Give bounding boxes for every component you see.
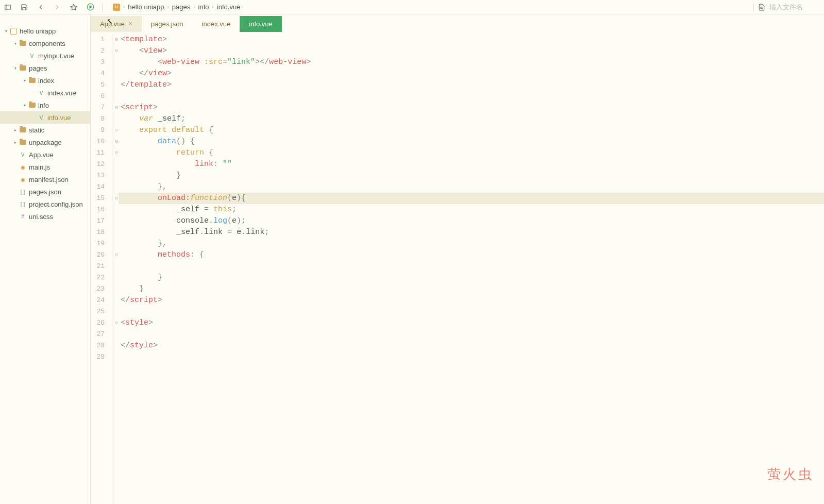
code-line[interactable]: data() { <box>119 136 824 147</box>
breadcrumb-item[interactable]: pages <box>172 3 190 11</box>
tree-label: index.vue <box>47 89 76 97</box>
save-icon[interactable] <box>20 3 29 12</box>
tree-label: manifest.json <box>29 176 69 183</box>
tab-label: pages.json <box>151 20 183 28</box>
fold-toggle[interactable]: ⊟ <box>112 125 119 136</box>
code-line[interactable]: _self.link = e.link; <box>119 227 824 238</box>
tree-label: index <box>38 77 54 85</box>
code-line[interactable] <box>119 329 824 340</box>
forward-icon[interactable] <box>53 3 62 12</box>
tree-item-App-vue[interactable]: VApp.vue <box>0 148 90 161</box>
tree-item-info-vue[interactable]: Vinfo.vue <box>0 111 90 124</box>
fold-toggle <box>112 204 119 215</box>
tree-project-root[interactable]: ▾ hello uniapp <box>0 25 90 37</box>
code-line[interactable]: </script> <box>119 295 824 306</box>
fold-toggle[interactable]: ⊟ <box>112 193 119 204</box>
fold-toggle <box>112 295 119 306</box>
fold-toggle[interactable]: ⊟ <box>112 249 119 261</box>
code-line[interactable]: } <box>119 283 824 295</box>
fold-toggle[interactable]: ⊟ <box>112 136 119 147</box>
fold-toggle[interactable]: ⊟ <box>112 34 119 45</box>
code-line[interactable]: return { <box>119 147 824 159</box>
tree-item-manifest-json[interactable]: ◉manifest.json <box>0 173 90 186</box>
code-line[interactable] <box>119 261 824 272</box>
file-search <box>753 3 821 12</box>
fold-toggle <box>112 57 119 68</box>
fold-toggle <box>112 306 119 317</box>
code-line[interactable]: <script> <box>119 102 824 113</box>
code-line[interactable]: methods: { <box>119 249 824 261</box>
tree-item-pages[interactable]: ▾pages <box>0 62 90 74</box>
code-line[interactable] <box>119 91 824 102</box>
code-line[interactable]: console.log(e); <box>119 215 824 227</box>
back-icon[interactable] <box>36 3 45 12</box>
code-lines[interactable]: <template> <view> <web-view :src="link">… <box>119 34 824 504</box>
tree-item-components[interactable]: ▾components <box>0 37 90 49</box>
fold-toggle[interactable]: ⊟ <box>112 102 119 113</box>
chevron-down-icon: ▾ <box>3 29 9 33</box>
svg-rect-0 <box>5 5 11 9</box>
project-icon <box>9 27 18 35</box>
star-icon[interactable] <box>69 3 78 12</box>
fold-gutter: ⊟⊟⊟⊟⊟⊟⊟⊟⊟ <box>112 34 119 504</box>
run-icon[interactable] <box>86 3 95 12</box>
tree-item-myinput-vue[interactable]: Vmyinput.vue <box>0 49 90 62</box>
svg-marker-2 <box>71 4 77 10</box>
code-line[interactable]: <web-view :src="link"></web-view> <box>119 57 824 68</box>
code-line[interactable]: export default { <box>119 125 824 136</box>
fold-toggle[interactable]: ⊟ <box>112 45 119 57</box>
line-number-gutter: 1234567891011121314151617181920212223242… <box>91 34 112 504</box>
divider <box>102 3 103 12</box>
code-line[interactable]: }, <box>119 181 824 193</box>
file-icon: V <box>37 114 45 121</box>
chevron-icon: › <box>193 4 195 10</box>
tree-item-static[interactable]: ▸static <box>0 124 90 136</box>
tree-item-project-config-json[interactable]: [ ]project.config.json <box>0 198 90 210</box>
tab-index-vue[interactable]: index.vue <box>193 16 240 32</box>
tree-item-index[interactable]: ▾index <box>0 74 90 87</box>
tree-item-main-js[interactable]: ◉main.js <box>0 161 90 173</box>
tab-pages-json[interactable]: pages.json <box>142 16 193 32</box>
code-line[interactable]: link: "" <box>119 159 824 170</box>
close-icon[interactable]: × <box>129 20 132 27</box>
code-editor[interactable]: 1234567891011121314151617181920212223242… <box>91 32 824 504</box>
tab-App-vue[interactable]: App.vue× <box>91 16 142 32</box>
breadcrumb-item[interactable]: info <box>198 3 209 11</box>
fold-toggle <box>112 238 119 249</box>
tree-item-info[interactable]: ▾info <box>0 99 90 111</box>
code-line[interactable]: <style> <box>119 317 824 329</box>
code-line[interactable]: <template> <box>119 34 824 45</box>
code-line[interactable] <box>119 351 824 363</box>
tab-info-vue[interactable]: info.vue <box>240 16 282 32</box>
code-line[interactable]: } <box>119 272 824 283</box>
code-line[interactable]: <view> <box>119 45 824 57</box>
fold-toggle[interactable]: ⊟ <box>112 147 119 159</box>
tree-item-unpackage[interactable]: ▸unpackage <box>0 136 90 148</box>
code-line[interactable]: </view> <box>119 68 824 79</box>
breadcrumb-item[interactable]: info.vue <box>217 3 241 11</box>
folder-icon <box>19 139 27 146</box>
chevron-icon: › <box>212 4 214 10</box>
code-line[interactable]: }, <box>119 238 824 249</box>
search-icon[interactable] <box>757 3 766 12</box>
breadcrumb-item[interactable]: hello uniapp <box>128 3 164 11</box>
svg-line-6 <box>762 8 763 9</box>
folder-icon <box>28 102 36 109</box>
code-line[interactable]: var _self; <box>119 113 824 125</box>
code-line[interactable]: _self = this; <box>119 204 824 215</box>
tree-item-uni-scss[interactable]: #uni.scss <box>0 210 90 223</box>
code-line[interactable]: onLoad:function(e){ <box>119 193 824 204</box>
code-line[interactable]: </style> <box>119 340 824 351</box>
code-line[interactable] <box>119 306 824 317</box>
folder-icon <box>19 126 27 133</box>
code-line[interactable]: </template> <box>119 79 824 91</box>
code-line[interactable]: } <box>119 170 824 181</box>
fold-toggle[interactable]: ⊟ <box>112 317 119 329</box>
panel-toggle-icon[interactable] <box>3 3 12 12</box>
search-input[interactable] <box>769 3 821 11</box>
tree-item-index-vue[interactable]: Vindex.vue <box>0 87 90 99</box>
fold-toggle <box>112 91 119 102</box>
fold-toggle <box>112 329 119 340</box>
tree-item-pages-json[interactable]: [ ]pages.json <box>0 186 90 198</box>
file-tree: ▾ hello uniapp ▾componentsVmyinput.vue▾p… <box>0 14 91 504</box>
